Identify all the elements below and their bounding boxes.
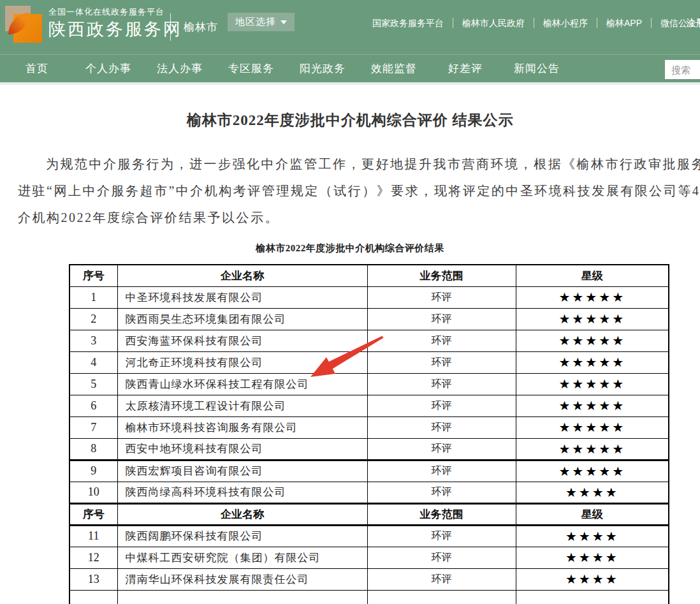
star-rating-cell: ★★★★★ — [516, 460, 669, 482]
company-name-cell: 中圣环境科技发展有限公司 — [117, 286, 367, 308]
evaluation-results-table: 序号企业名称业务范围星级1中圣环境科技发展有限公司环评★★★★★2陕西雨昊生态环… — [69, 264, 669, 604]
company-name-cell: 河北奇正环境科技有限公司 — [117, 351, 367, 373]
table-row: 1中圣环境科技发展有限公司环评★★★★★ — [69, 286, 669, 308]
star-rating-cell: ★★★★★ — [516, 351, 669, 373]
column-header: 企业名称 — [117, 503, 367, 525]
column-header: 企业名称 — [117, 265, 367, 286]
table-row-partial — [69, 590, 669, 604]
table-row: 11陕西阔鹏环保科技有限公司环评★★★★ — [69, 525, 669, 547]
link-app[interactable]: 榆林APP — [597, 18, 652, 28]
nav-items: 首页 个人办事 法人办事 专区服务 阳光政务 效能监督 好差评 新闻公告 — [0, 55, 700, 82]
company-name-cell: 陕西雨昊生态环境集团有限公司 — [117, 308, 367, 330]
nav-item-efficiency[interactable]: 效能监督 — [358, 61, 430, 76]
register-link[interactable]: 注册 — [686, 17, 700, 29]
row-number-cell: 4 — [69, 351, 117, 373]
row-number-cell: 5 — [69, 373, 117, 395]
column-header: 业务范围 — [367, 265, 516, 286]
business-scope-cell: 环评 — [367, 351, 516, 373]
company-name-cell: 陕西青山绿水环保科技工程有限公司 — [117, 373, 367, 395]
row-number-cell: 2 — [69, 308, 117, 330]
star-rating-cell: ★★★★ — [516, 525, 669, 547]
business-scope-cell: 环评 — [367, 438, 516, 460]
nav-item-zone-services[interactable]: 专区服务 — [215, 61, 287, 76]
region-select-label: 地区选择 — [235, 16, 276, 28]
table-row: 2陕西雨昊生态环境集团有限公司环评★★★★★ — [69, 308, 669, 330]
row-number-cell: 1 — [69, 286, 117, 308]
company-name-cell: 西安海蓝环保科技有限公司 — [117, 330, 367, 351]
link-mini-program[interactable]: 榆林小程序 — [534, 18, 597, 28]
nav-item-news[interactable]: 新闻公告 — [501, 61, 572, 76]
star-rating-cell: ★★★★★ — [516, 286, 669, 308]
current-city-label: 榆林市 — [184, 20, 218, 34]
table-row: 5陕西青山绿水环保科技工程有限公司环评★★★★★ — [69, 373, 669, 395]
table-row: 7榆林市环境科技咨询服务有限公司环评★★★★★ — [69, 416, 669, 438]
nav-item-personal-services[interactable]: 个人办事 — [73, 61, 144, 76]
main-navigation: 首页 个人办事 法人办事 专区服务 阳光政务 效能监督 好差评 新闻公告 — [0, 54, 700, 85]
company-name-cell: 西安中地环境科技有限公司 — [117, 438, 367, 460]
search-input[interactable] — [665, 60, 700, 79]
site-logo-icon — [5, 6, 42, 43]
business-scope-cell: 环评 — [367, 330, 516, 351]
star-rating-cell: ★★★★ — [516, 482, 669, 503]
star-rating-cell: ★★★★★ — [516, 438, 669, 460]
company-name-cell: 渭南华山环保科技发展有限责任公司 — [117, 568, 367, 590]
table-row: 6太原核清环境工程设计有限公司环评★★★★★ — [69, 395, 669, 416]
company-name-cell: 陕西阔鹏环保科技有限公司 — [117, 525, 367, 547]
results-table-wrapper: 序号企业名称业务范围星级1中圣环境科技发展有限公司环评★★★★★2陕西雨昊生态环… — [69, 264, 700, 604]
business-scope-cell: 环评 — [367, 395, 516, 416]
table-header-row: 序号企业名称业务范围星级 — [69, 503, 669, 525]
star-rating-cell: ★★★★★ — [516, 308, 669, 330]
nav-item-rating[interactable]: 好差评 — [430, 61, 501, 76]
business-scope-cell: 环评 — [367, 286, 516, 308]
column-header: 星级 — [516, 265, 669, 286]
company-name-cell: 陕西尚绿高科环境科技有限公司 — [117, 482, 367, 503]
link-city-government[interactable]: 榆林市人民政府 — [453, 18, 534, 28]
column-header: 星级 — [516, 503, 669, 525]
table-row: 8西安中地环境科技有限公司环评★★★★★ — [69, 438, 669, 460]
table-row: 13渭南华山环保科技发展有限责任公司环评★★★★ — [69, 568, 669, 590]
paragraph-line: 为规范中介服务行为，进一步强化中介监管工作，更好地提升我市营商环境，根据《榆林市… — [0, 151, 700, 177]
business-scope-cell: 环评 — [367, 482, 516, 503]
row-number-cell: 13 — [69, 568, 117, 590]
table-header-row: 序号企业名称业务范围星级 — [69, 265, 669, 286]
business-scope-cell: 环评 — [367, 460, 516, 482]
star-rating-cell: ★★★★ — [516, 547, 669, 568]
table-row: 4河北奇正环境科技有限公司环评★★★★★ — [69, 351, 669, 373]
star-rating-cell: ★★★★★ — [516, 330, 669, 351]
link-national-platform[interactable]: 国家政务服务平台 — [363, 18, 453, 28]
company-name-cell: 榆林市环境科技咨询服务有限公司 — [117, 416, 367, 438]
row-number-cell: 8 — [69, 438, 117, 460]
business-scope-cell: 环评 — [367, 416, 516, 438]
nav-item-home[interactable]: 首页 — [1, 61, 73, 76]
page-title: 榆林市2022年度涉批中介机构综合评价 结果公示 — [0, 110, 700, 130]
header-divider — [170, 13, 171, 41]
nav-item-sunshine-gov[interactable]: 阳光政务 — [287, 61, 358, 76]
nav-item-legal-services[interactable]: 法人办事 — [144, 61, 215, 76]
row-number-cell: 3 — [69, 330, 117, 351]
star-rating-cell: ★★★★★ — [516, 416, 669, 438]
star-rating-cell: ★★★★★ — [516, 395, 669, 416]
company-name-cell: 太原核清环境工程设计有限公司 — [117, 395, 367, 416]
table-row: 9陕西宏辉项目咨询有限公司环评★★★★★ — [69, 460, 669, 482]
table-row: 10陕西尚绿高科环境科技有限公司环评★★★★ — [69, 482, 669, 503]
paragraph-line: 介机构2022年度综合评价结果予以公示。 — [0, 204, 700, 231]
table-caption: 榆林市2022年度涉批中介机构综合评价结果 — [0, 242, 700, 254]
site-name: 陕西政务服务网 — [48, 18, 182, 41]
announcement-paragraph: 为规范中介服务行为，进一步强化中介监管工作，更好地提升我市营商环境，根据《榆林市… — [0, 151, 700, 231]
business-scope-cell: 环评 — [367, 373, 516, 395]
platform-tagline: 全国一体化在线政务服务平台 — [48, 6, 164, 18]
business-scope-cell: 环评 — [367, 525, 516, 547]
header-links: 国家政务服务平台 榆林市人民政府 榆林小程序 榆林APP 微信公众号 — [363, 18, 700, 28]
column-header: 序号 — [69, 265, 117, 286]
row-number-cell: 7 — [69, 416, 117, 438]
company-name-cell: 中煤科工西安研究院（集团）有限公司 — [117, 547, 367, 568]
star-rating-cell: ★★★★★ — [516, 373, 669, 395]
table-row: 12中煤科工西安研究院（集团）有限公司环评★★★★ — [69, 547, 669, 568]
star-rating-cell: ★★★★ — [516, 568, 669, 590]
business-scope-cell: 环评 — [367, 568, 516, 590]
table-row: 3西安海蓝环保科技有限公司环评★★★★★ — [69, 330, 669, 351]
row-number-cell: 12 — [69, 547, 117, 568]
row-number-cell: 10 — [69, 482, 117, 503]
column-header: 序号 — [69, 503, 117, 525]
region-select-button[interactable]: 地区选择 — [228, 13, 295, 31]
